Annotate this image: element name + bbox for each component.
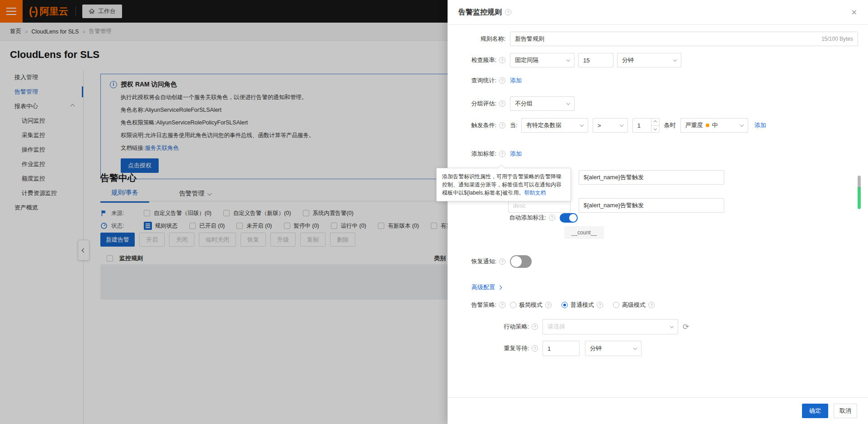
help-icon[interactable]: ? xyxy=(532,324,538,330)
recovery-notify-label: 恢复通知: xyxy=(471,257,496,266)
trigger-condition-label: 触发条件: xyxy=(471,121,496,129)
help-icon[interactable]: ? xyxy=(549,214,555,221)
group-eval-row: 分组评估:? 不分组 xyxy=(448,96,575,111)
recovery-notify-row: 恢复通知:? xyxy=(448,255,532,268)
trigger-operator-select[interactable]: > xyxy=(593,118,628,133)
drawer-title: 告警监控规则 xyxy=(458,8,502,17)
drawer-header: 告警监控规则 ? ✕ xyxy=(448,0,868,25)
group-eval-select[interactable]: 不分组 xyxy=(510,96,575,111)
radio-normal-mode[interactable]: 普通模式? xyxy=(561,301,603,309)
alert-policy-label: 告警策略: xyxy=(471,301,496,309)
advanced-config-row: 高级配置 xyxy=(472,283,501,292)
stepper-up-button[interactable] xyxy=(651,119,659,126)
trigger-add-link[interactable]: 添加 xyxy=(755,121,766,129)
help-icon[interactable]: ? xyxy=(499,57,505,63)
trigger-count-stepper: 1 xyxy=(632,118,660,133)
action-policy-label: 行动策略: xyxy=(504,323,529,331)
group-eval-label: 分组评估: xyxy=(471,100,496,108)
help-icon[interactable]: ? xyxy=(545,302,552,308)
repeat-wait-label: 重复等待: xyxy=(504,344,529,353)
radio-label: 极简模式 xyxy=(519,301,542,309)
auto-annotation-label: 自动添加标注: xyxy=(509,214,546,222)
trigger-condition-select[interactable]: 有特定条数据 xyxy=(521,118,588,133)
help-icon[interactable]: ? xyxy=(499,151,505,157)
rule-name-input-wrap: 15/100 Bytes xyxy=(510,32,858,46)
check-frequency-row: 检查频率:? 固定间隔 分钟 xyxy=(448,53,681,67)
interval-value-input[interactable] xyxy=(583,57,609,64)
trigger-when-label: 当: xyxy=(510,121,518,129)
chevron-down-icon xyxy=(670,324,674,328)
trigger-condition-row: 触发条件:? 当: 有特定条数据 > 1 条时 严重度中 添加 xyxy=(448,118,766,133)
action-policy-row: 行动策略:? 请选择 ⟳ xyxy=(448,319,689,334)
confirm-button[interactable]: 确定 xyxy=(802,404,828,418)
cancel-button[interactable]: 取消 xyxy=(834,404,857,418)
help-icon[interactable]: ? xyxy=(499,100,505,107)
rule-name-input[interactable] xyxy=(515,36,818,43)
chevron-right-icon xyxy=(498,285,502,290)
select-value: 固定间隔 xyxy=(515,56,538,64)
check-frequency-label: 检查频率: xyxy=(471,56,496,64)
rule-name-row: 规则名称: 15/100 Bytes xyxy=(448,32,858,46)
auto-annotation-row: 自动添加标注:? xyxy=(448,213,578,223)
add-labels-label: 添加标签: xyxy=(471,150,496,158)
help-icon[interactable]: ? xyxy=(648,302,655,308)
trigger-suffix-label: 条时 xyxy=(664,121,676,129)
help-icon[interactable]: ? xyxy=(597,302,603,308)
select-value: 有特定条数据 xyxy=(526,121,561,129)
add-labels-tooltip: 添加告警标识性属性，可用于告警策略的告警降噪控制、通知渠道分派等，标签值也可以在… xyxy=(436,168,571,201)
add-labels-add-link[interactable]: 添加 xyxy=(510,150,522,158)
chevron-down-icon xyxy=(580,123,583,126)
severity-content: 严重度中 xyxy=(685,121,718,129)
severity-select[interactable]: 严重度中 xyxy=(680,118,748,133)
chevron-down-icon xyxy=(654,127,657,130)
annotation-value-input-wrap-1 xyxy=(579,170,724,185)
advanced-config-link[interactable]: 高级配置 xyxy=(472,283,495,291)
radio-label: 高级模式 xyxy=(622,301,646,309)
auto-annotation-toggle[interactable] xyxy=(560,213,578,223)
annotation-value-input-2[interactable] xyxy=(584,202,719,209)
chevron-down-icon xyxy=(673,57,677,61)
radio-simple-mode[interactable]: 极简模式? xyxy=(510,301,552,309)
annotation-value-input-1[interactable] xyxy=(584,174,719,181)
trigger-count-value[interactable]: 1 xyxy=(633,119,651,132)
scrollbar-thumb-green xyxy=(858,187,861,209)
stepper-arrows xyxy=(651,119,659,132)
chevron-down-icon xyxy=(740,123,743,126)
repeat-wait-input[interactable] xyxy=(547,345,575,352)
help-icon[interactable]: ? xyxy=(499,258,505,265)
select-placeholder: 请选择 xyxy=(547,323,565,331)
radio-advanced-mode[interactable]: 高级模式? xyxy=(613,301,655,309)
help-icon[interactable]: ? xyxy=(499,302,505,308)
action-policy-select[interactable]: 请选择 xyxy=(542,319,678,334)
drawer-footer: 确定 取消 xyxy=(448,397,868,424)
interval-type-select[interactable]: 固定间隔 xyxy=(510,53,575,67)
help-icon[interactable]: ? xyxy=(499,122,505,129)
repeat-wait-unit-select[interactable]: 分钟 xyxy=(585,341,642,356)
radio-label: 普通模式 xyxy=(571,301,594,309)
annotation-key-input-2[interactable] xyxy=(513,202,566,209)
stepper-down-button[interactable] xyxy=(651,126,659,133)
help-icon[interactable]: ? xyxy=(532,345,538,352)
scrollbar-indicator[interactable] xyxy=(858,176,861,209)
chevron-up-icon xyxy=(654,120,657,124)
add-labels-row: 添加标签:? 添加 xyxy=(448,149,522,158)
tooltip-help-doc-link[interactable]: 帮助文档 xyxy=(524,190,546,196)
help-icon[interactable]: ? xyxy=(505,9,511,15)
rule-name-label: 规则名称: xyxy=(448,35,510,43)
interval-unit-select[interactable]: 分钟 xyxy=(617,53,681,67)
repeat-wait-input-wrap xyxy=(542,341,580,356)
alert-policy-row: 告警策略:? 极简模式? 普通模式? 高级模式? xyxy=(448,300,665,310)
help-icon[interactable]: ? xyxy=(499,77,505,84)
select-value: 分钟 xyxy=(590,344,602,353)
repeat-wait-row: 重复等待:? 分钟 xyxy=(448,341,642,356)
close-icon[interactable]: ✕ xyxy=(851,8,857,17)
radio-icon xyxy=(613,302,619,308)
query-stats-row: 查询统计:? 添加 xyxy=(448,76,522,85)
radio-icon xyxy=(510,302,516,308)
advanced-config-label: 高级配置 xyxy=(472,284,495,291)
refresh-icon[interactable]: ⟳ xyxy=(683,322,689,332)
radio-checked-icon xyxy=(561,302,568,308)
recovery-notify-toggle[interactable] xyxy=(510,255,532,268)
select-value: 不分组 xyxy=(515,100,533,108)
query-stats-add-link[interactable]: 添加 xyxy=(510,76,522,85)
